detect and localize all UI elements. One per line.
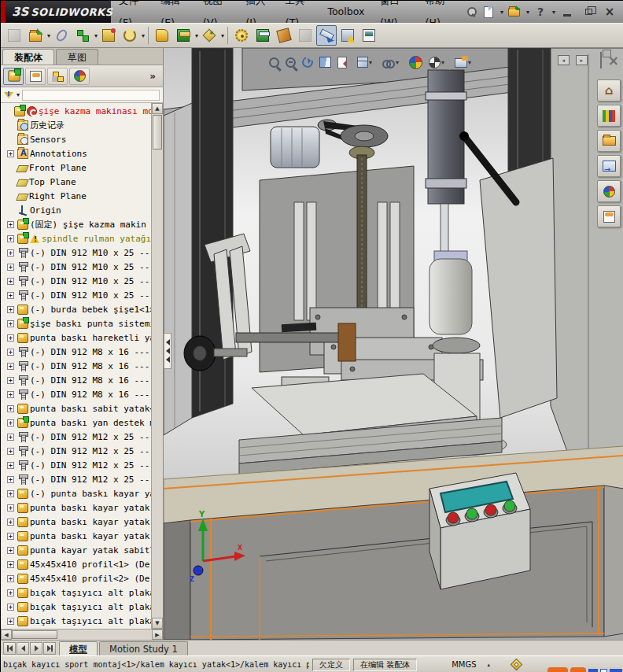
- tree-item[interactable]: +punta baskı hareketli ya: [1, 330, 151, 345]
- tree-item[interactable]: +(-) punta baskı kayar ya: [1, 486, 151, 500]
- expand-toggle[interactable]: +: [7, 334, 14, 342]
- tree-item[interactable]: Top Plane: [1, 175, 151, 189]
- expand-toggle[interactable]: +: [7, 490, 14, 497]
- filter-input[interactable]: [22, 90, 160, 101]
- expand-toggle[interactable]: +: [7, 278, 14, 285]
- close-button[interactable]: ×: [600, 5, 619, 19]
- expand-toggle[interactable]: +: [7, 363, 14, 370]
- expand-toggle[interactable]: +: [7, 249, 14, 257]
- tree-item[interactable]: +(-) DIN 912 M12 x 25 ---: [1, 458, 151, 472]
- move-component-button[interactable]: [120, 25, 140, 46]
- expand-toggle[interactable]: +: [7, 533, 14, 540]
- show-hidden-components-button[interactable]: [152, 25, 172, 46]
- smart-fasteners-button[interactable]: [98, 25, 119, 46]
- tree-item[interactable]: +(-) DIN 912 M8 x 16 ---: [1, 359, 151, 373]
- design-library-button[interactable]: [597, 105, 621, 127]
- tab-sketch[interactable]: 草图: [56, 49, 98, 65]
- previous-window-button[interactable]: ◂: [558, 55, 570, 65]
- open-document-button[interactable]: [25, 25, 46, 46]
- scroll-left-button[interactable]: ◀: [1, 630, 12, 640]
- expand-toggle[interactable]: +: [7, 504, 14, 511]
- reference-geometry-dropdown[interactable]: ▾: [221, 32, 224, 39]
- view-settings-dropdown[interactable]: ▾: [468, 59, 471, 66]
- model-tab[interactable]: 模型: [59, 641, 98, 655]
- expand-toggle[interactable]: +: [7, 306, 14, 313]
- scroll-up-button[interactable]: ▲: [152, 103, 163, 114]
- tree-horizontal-scrollbar[interactable]: ◀ ▶: [1, 629, 163, 640]
- expand-toggle[interactable]: +: [7, 405, 14, 412]
- tree-item[interactable]: Right Plane: [1, 189, 151, 203]
- expand-toggle[interactable]: +: [7, 349, 14, 356]
- tree-item[interactable]: +bıçak taşıyıcı alt plaka y: [1, 614, 151, 628]
- tree-item[interactable]: +bıçak taşıyıcı alt plaka y: [1, 585, 151, 600]
- open-document-dropdown[interactable]: ▾: [526, 9, 529, 16]
- tree-item[interactable]: +45x45x410 profil<1> (De: [1, 557, 151, 571]
- tree-item[interactable]: +punta baskı sabit yatak<: [1, 401, 151, 415]
- tree-item[interactable]: +spindle rulman yatağı: [1, 231, 151, 246]
- tree-item[interactable]: +punta baskı kayar yatak: [1, 515, 151, 529]
- next-window-button[interactable]: ▸: [576, 55, 588, 65]
- expand-toggle[interactable]: +: [7, 519, 14, 526]
- horizontal-scroll-thumb[interactable]: [12, 630, 57, 639]
- tree-item[interactable]: +punta baskı yan destek m: [1, 415, 151, 430]
- tree-item[interactable]: +(-) DIN 912 M12 x 25 ---: [1, 444, 151, 458]
- mate-button[interactable]: [72, 25, 93, 46]
- new-document-dropdown[interactable]: ▾: [500, 9, 503, 16]
- mate-dropdown[interactable]: ▾: [94, 32, 98, 39]
- vertical-scroll-track[interactable]: [152, 150, 163, 618]
- expand-toggle[interactable]: +: [7, 377, 14, 384]
- minimize-button[interactable]: [558, 5, 577, 19]
- expand-toggle[interactable]: +: [7, 221, 14, 228]
- tree-item[interactable]: +bıçak taşıyıcı alt plaka y: [1, 600, 151, 614]
- units-dropdown[interactable]: ▴: [488, 662, 491, 668]
- attachments-button[interactable]: [51, 25, 72, 46]
- expand-toggle[interactable]: +: [7, 434, 14, 441]
- tree-item[interactable]: +(-) DIN 912 M10 x 25 ---: [1, 274, 151, 288]
- pin-menu-icon[interactable]: [466, 6, 475, 17]
- tag-icon[interactable]: [511, 659, 523, 671]
- expand-toggle[interactable]: +: [7, 561, 14, 568]
- previous-view-button[interactable]: [336, 55, 348, 70]
- next-tab-button[interactable]: [30, 642, 42, 655]
- image-capture-button[interactable]: [359, 25, 379, 46]
- tree-item[interactable]: +(-) DIN 912 M10 x 25 ---: [1, 260, 151, 274]
- expand-toggle[interactable]: +: [7, 150, 14, 157]
- horizontal-scroll-track[interactable]: [57, 630, 152, 640]
- display-style-button[interactable]: ▾: [381, 55, 400, 69]
- expand-toggle[interactable]: +: [7, 604, 14, 611]
- open-document-button[interactable]: [506, 4, 523, 20]
- propertymanager-tab[interactable]: [25, 68, 46, 85]
- assembly-features-button[interactable]: [173, 25, 194, 46]
- view-orientation-dropdown[interactable]: ▾: [369, 59, 372, 66]
- last-tab-button[interactable]: [43, 642, 56, 655]
- edit-appearance-button[interactable]: [407, 54, 424, 71]
- expand-toggle[interactable]: +: [7, 462, 14, 469]
- tree-item[interactable]: Sensors: [1, 132, 151, 146]
- expand-toggle[interactable]: +: [7, 618, 14, 625]
- tree-item[interactable]: +45x45x410 profil<2> (De: [1, 571, 151, 585]
- expand-toggle[interactable]: +: [7, 235, 14, 242]
- expand-toggle[interactable]: +: [7, 575, 14, 582]
- tree-item[interactable]: +(-) DIN 912 M12 x 25 ---: [1, 472, 151, 486]
- graphics-viewport[interactable]: Y X Z ▾▾▾▾ ◂ ▸ × ⌂: [164, 48, 623, 640]
- tree-item[interactable]: +punta baskı kayar yatak: [1, 529, 151, 543]
- view-palette-button[interactable]: [597, 155, 621, 177]
- appearances-tab[interactable]: [69, 68, 90, 85]
- home-button[interactable]: ⌂: [597, 79, 621, 102]
- tree-item[interactable]: +punta kayar yatak sabitl: [1, 543, 151, 557]
- tree-item[interactable]: +Annotations: [1, 146, 151, 161]
- expand-toggle[interactable]: +: [7, 292, 14, 299]
- custom-properties-button[interactable]: [597, 205, 621, 227]
- menu-toolbox[interactable]: Toolbox: [319, 1, 372, 23]
- tree-item[interactable]: +(-) DIN 912 M8 x 16 ---: [1, 387, 151, 401]
- expand-toggle[interactable]: +: [7, 419, 14, 426]
- tree-item[interactable]: 历史记录: [1, 118, 151, 132]
- expand-toggle[interactable]: +: [7, 547, 14, 554]
- help-dropdown[interactable]: ▾: [552, 9, 555, 16]
- tree-item[interactable]: +(-) burda bebek şişe1<1>: [1, 302, 151, 316]
- expand-toggle[interactable]: +: [7, 391, 14, 398]
- reference-geometry-button[interactable]: [199, 25, 219, 46]
- expand-toggle[interactable]: +: [7, 320, 14, 327]
- tree-item[interactable]: +(-) DIN 912 M10 x 25 ---: [1, 288, 151, 302]
- zoom-fit-button[interactable]: [267, 56, 281, 69]
